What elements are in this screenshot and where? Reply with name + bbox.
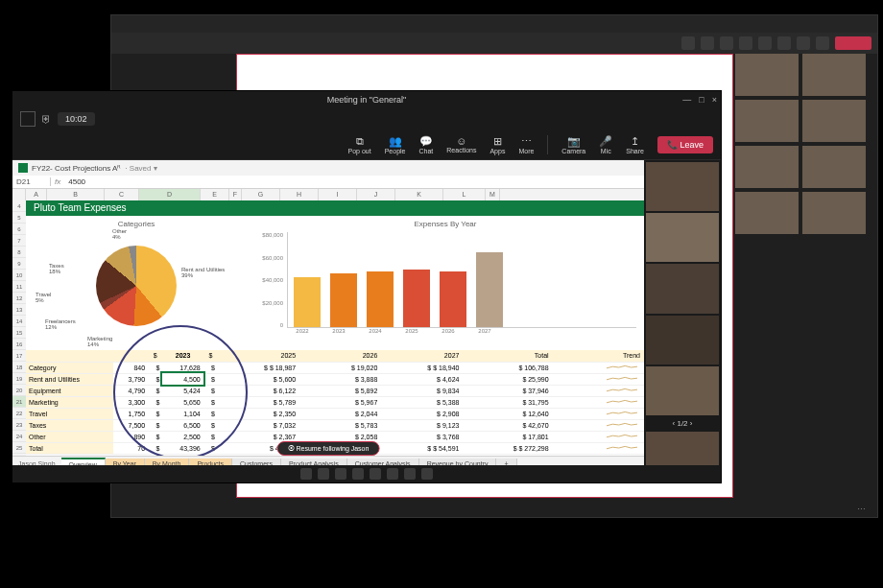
pie-graphic [96,246,177,326]
taskbar-icon[interactable] [352,468,364,480]
video-column: ‹ 1/2 › [644,160,721,482]
app-grid-icon[interactable] [20,111,36,127]
bar-chart: Expenses By Year $80,000$60,000$40,000$2… [247,216,644,350]
resume-following-pill[interactable]: ⦿ Resume following Jason [277,441,380,456]
camera-icon: 📷 [561,135,585,148]
back-footer: … [857,502,866,511]
name-box[interactable]: D21 [12,177,51,186]
row-headers: 4567891011121314151617181920212223242526… [12,200,26,456]
people-button[interactable]: 👥People [385,135,406,154]
popout-icon: ⧉ [348,135,371,148]
meeting-timer: 10:02 [58,112,95,126]
mic-button[interactable]: 🎤Mic [599,135,612,154]
more-button[interactable]: ⋯More [518,135,534,154]
shared-excel-content: FY22- Cost Projections Aᴿ · Saved ▾ D21 … [12,160,644,482]
reactions-button[interactable]: ☺Reactions [446,135,476,153]
back-video-grid [735,54,870,234]
data-table-area[interactable]: $2023$Category840$17,628$Rent and Utilit… [26,350,644,455]
formula-value[interactable]: 4500 [64,177,89,186]
taskbar-icon[interactable] [318,468,329,480]
taskbar-icon[interactable] [404,468,416,480]
popout-button[interactable]: ⧉Pop out [348,135,371,154]
apps-icon: ⊞ [489,135,505,148]
mic-icon: 🎤 [599,135,612,148]
back-titlebar [111,15,877,33]
column-headers: ABCDEFGHIJKLM [12,189,644,200]
back-toolbar [111,33,877,54]
share-button[interactable]: ↥Share [626,135,644,154]
video-tile[interactable] [646,213,719,262]
shield-icon[interactable]: ⛨ [41,113,52,125]
excel-titlebar: FY22- Cost Projections Aᴿ · Saved ▾ [12,160,644,176]
more-icon: ⋯ [518,135,534,148]
formula-bar[interactable]: D21 fx 4500 [12,176,644,189]
start-icon[interactable] [300,468,312,480]
video-tile[interactable] [646,316,719,365]
taskbar-icon[interactable] [370,468,381,480]
taskbar-icon[interactable] [335,468,346,480]
video-tile[interactable] [646,366,719,415]
spreadsheet-grid[interactable]: 4567891011121314151617181920212223242526… [12,200,644,456]
video-tile[interactable] [646,162,719,211]
excel-icon [18,163,28,173]
chat-button[interactable]: 💬Chat [419,135,434,154]
camera-button[interactable]: 📷Camera [561,135,585,154]
charts-row: Categories Other4%Taxes18%Travel5%Freela… [26,216,644,350]
windows-taskbar[interactable] [12,465,721,482]
reactions-icon: ☺ [446,135,476,147]
apps-button[interactable]: ⊞Apps [489,135,505,154]
taskbar-icon[interactable] [387,468,398,480]
teams-top-row: ⛨ 10:02 [12,108,721,129]
window-title: Meeting in "General" [327,95,406,105]
people-icon: 👥 [385,135,406,148]
video-tile[interactable] [646,264,719,313]
titlebar: Meeting in "General" — □ × [12,91,721,108]
pie-title: Categories [30,220,243,228]
chat-icon: 💬 [419,135,434,148]
sheet-banner: Pluto Team Expenses [26,200,644,216]
leave-button[interactable]: 📞 Leave [657,136,713,153]
excel-filename: FY22- Cost Projections Aᴿ [32,164,121,173]
fx-icon: fx [51,177,64,186]
video-pager[interactable]: ‹ 1/2 › [646,417,719,430]
pie-chart: Categories Other4%Taxes18%Travel5%Freela… [26,216,247,350]
teams-meeting-window: Meeting in "General" — □ × ⛨ 10:02 ⧉Pop … [12,90,722,483]
taskbar-icon[interactable] [421,468,433,480]
share-icon: ↥ [626,135,644,148]
minimize-icon[interactable]: — [682,95,691,105]
bar-title: Expenses By Year [254,220,636,228]
meeting-toolbar: ⧉Pop out 👥People 💬Chat ☺Reactions ⊞Apps … [12,129,721,160]
back-leave-button[interactable] [835,36,871,50]
close-icon[interactable]: × [712,95,717,105]
maximize-icon[interactable]: □ [699,95,704,105]
